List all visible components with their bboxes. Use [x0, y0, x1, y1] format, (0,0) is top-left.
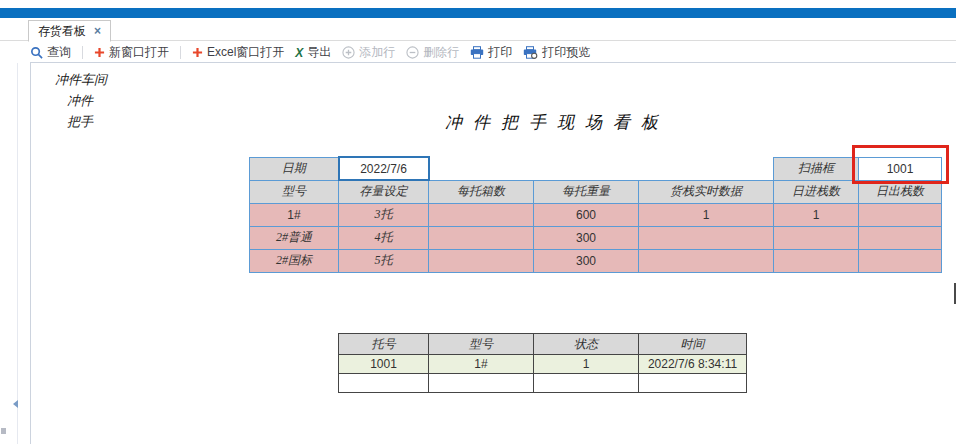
tree-item-workshop[interactable]: 冲件车间: [55, 69, 107, 90]
scan-value-cell[interactable]: 1001: [859, 157, 942, 180]
kanban-cell[interactable]: 1: [639, 203, 774, 226]
kanban-cell[interactable]: [639, 249, 774, 272]
kanban-column-header: 每托箱数: [429, 180, 534, 203]
query-button[interactable]: 查询: [30, 44, 71, 61]
pallet-header-row: 托号型号状态时间: [339, 334, 747, 355]
panel-splitter[interactable]: [17, 63, 18, 444]
kanban-cell[interactable]: [429, 226, 534, 249]
kanban-main-table: 日期 2022/7/6 扫描框 1001 型号存量设定每托箱数每托重量货栈实时数…: [249, 156, 942, 273]
pallet-cell[interactable]: 1001: [339, 355, 429, 374]
kanban-column-header: 每托重量: [534, 180, 639, 203]
tab-inventory-board[interactable]: 存货看板 ×: [28, 20, 111, 42]
kanban-row: 1#3托60011: [250, 203, 942, 226]
add-row-button: 添加行: [342, 44, 395, 61]
print-preview-button-label: 打印预览: [542, 44, 590, 61]
pallet-cell[interactable]: [639, 374, 747, 393]
pallet-cell[interactable]: [339, 374, 429, 393]
plus-icon: [192, 47, 203, 58]
window-title-bar: [0, 8, 956, 18]
excel-window-button-label: Excel窗口打开: [207, 44, 284, 61]
excel-export-icon: X: [295, 46, 303, 60]
workshop-tree: 冲件车间 冲件 把手: [55, 69, 107, 132]
query-button-label: 查询: [47, 44, 71, 61]
kanban-cell[interactable]: 300: [534, 226, 639, 249]
kanban-column-header: 存量设定: [339, 180, 429, 203]
excel-window-button[interactable]: Excel窗口打开: [192, 44, 284, 61]
pallet-detail-table: 托号型号状态时间 10011#12022/7/6 8:34:11: [338, 333, 747, 393]
delete-row-button: 删除行: [406, 44, 459, 61]
kanban-cell[interactable]: [859, 226, 942, 249]
date-value-cell[interactable]: 2022/7/6: [339, 157, 429, 180]
circle-plus-icon: [342, 46, 355, 59]
kanban-cell[interactable]: [774, 249, 859, 272]
kanban-cell[interactable]: [859, 203, 942, 226]
kanban-cell[interactable]: [429, 249, 534, 272]
kanban-cell[interactable]: 300: [534, 249, 639, 272]
kanban-cell[interactable]: [639, 226, 774, 249]
toolbar: 查询 新窗口打开 Excel窗口打开 X 导出 添加行 删除行 打印: [0, 42, 956, 63]
circle-minus-icon: [406, 46, 419, 59]
pallet-column-header: 状态: [534, 334, 639, 355]
print-button[interactable]: 打印: [470, 44, 512, 61]
edge-artifact-mark: [1, 428, 6, 434]
search-icon: [30, 46, 43, 59]
printer-preview-icon: [523, 46, 538, 59]
pallet-cell[interactable]: 1: [534, 355, 639, 374]
pallet-row: [339, 374, 747, 393]
tab-close-icon[interactable]: ×: [94, 25, 101, 37]
print-button-label: 打印: [488, 44, 512, 61]
tab-label: 存货看板: [38, 23, 86, 40]
content-panel: 冲件车间 冲件 把手 冲件把手现场看板 日期 2022/7/6 扫描框 1001…: [30, 62, 956, 444]
kanban-cell[interactable]: [429, 203, 534, 226]
board-title: 冲件把手现场看板: [257, 111, 857, 134]
pallet-cell[interactable]: [429, 374, 534, 393]
new-window-button-label: 新窗口打开: [109, 44, 169, 61]
pallet-row: 10011#12022/7/6 8:34:11: [339, 355, 747, 374]
new-window-button[interactable]: 新窗口打开: [94, 44, 169, 61]
kanban-cell[interactable]: 5托: [339, 249, 429, 272]
export-button[interactable]: X 导出: [295, 44, 331, 61]
kanban-column-header: 日进栈数: [774, 180, 859, 203]
pallet-cell[interactable]: 1#: [429, 355, 534, 374]
kanban-row: 2#普通4托300: [250, 226, 942, 249]
add-row-button-label: 添加行: [359, 44, 395, 61]
kanban-cell[interactable]: 2#国标: [250, 249, 339, 272]
plus-icon: [94, 47, 105, 58]
pallet-column-header: 型号: [429, 334, 534, 355]
scan-label-cell: 扫描框: [774, 157, 859, 180]
kanban-cell[interactable]: 4托: [339, 226, 429, 249]
kanban-column-header: 日出栈数: [859, 180, 942, 203]
toolbar-separator: [180, 46, 181, 59]
kanban-cell[interactable]: [774, 226, 859, 249]
info-row: 日期 2022/7/6 扫描框 1001: [250, 157, 942, 180]
kanban-cell[interactable]: 1: [774, 203, 859, 226]
splitter-collapse-arrow-icon[interactable]: [13, 400, 18, 408]
kanban-header-row: 型号存量设定每托箱数每托重量货栈实时数据日进栈数日出栈数: [250, 180, 942, 203]
kanban-cell[interactable]: [859, 249, 942, 272]
kanban-cell[interactable]: 1#: [250, 203, 339, 226]
toolbar-separator: [82, 46, 83, 59]
kanban-cell[interactable]: 2#普通: [250, 226, 339, 249]
export-button-label: 导出: [307, 44, 331, 61]
kanban-row: 2#国标5托300: [250, 249, 942, 272]
pallet-column-header: 时间: [639, 334, 747, 355]
info-row-gap: [429, 157, 774, 180]
tab-bar: 存货看板 ×: [0, 18, 956, 41]
kanban-column-header: 型号: [250, 180, 339, 203]
pallet-cell[interactable]: [534, 374, 639, 393]
date-label-cell: 日期: [250, 157, 339, 180]
delete-row-button-label: 删除行: [423, 44, 459, 61]
kanban-cell[interactable]: 3托: [339, 203, 429, 226]
kanban-column-header: 货栈实时数据: [639, 180, 774, 203]
pallet-column-header: 托号: [339, 334, 429, 355]
printer-icon: [470, 46, 484, 59]
pallet-cell[interactable]: 2022/7/6 8:34:11: [639, 355, 747, 374]
print-preview-button[interactable]: 打印预览: [523, 44, 590, 61]
kanban-cell[interactable]: 600: [534, 203, 639, 226]
tree-item-stamping[interactable]: 冲件: [55, 90, 107, 111]
tree-item-handle[interactable]: 把手: [55, 111, 107, 132]
